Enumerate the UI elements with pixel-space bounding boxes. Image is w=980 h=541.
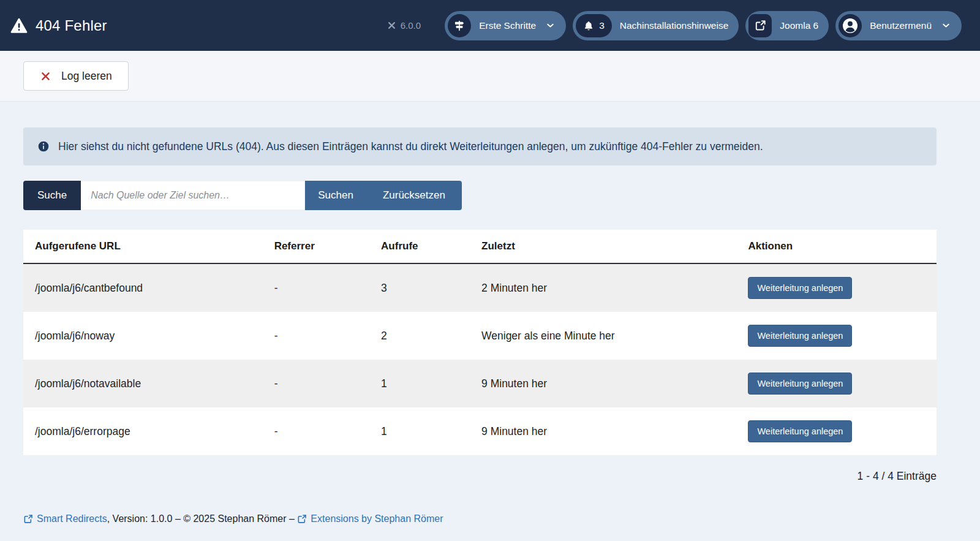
post-installation-messages-button[interactable]: 3 Nachinstallationshinweise <box>573 11 739 40</box>
post-installation-messages-label: Nachinstallationshinweise <box>620 20 729 31</box>
column-header-last: Zuletzt <box>470 230 736 263</box>
table-body: /joomla/j6/cantbefound - 3 2 Minuten her… <box>23 263 937 455</box>
search-submit-button[interactable]: Suchen <box>305 181 366 210</box>
info-alert: Hier siehst du nicht gefundene URLs (404… <box>23 127 937 165</box>
cell-last-seen: 9 Minuten her <box>470 407 736 455</box>
extension-link[interactable]: Smart Redirects <box>23 513 107 524</box>
cell-url: /joomla/j6/errorpage <box>23 407 263 455</box>
create-redirect-button[interactable]: Weiterleitung anlegen <box>748 325 852 347</box>
column-header-referrer: Referrer <box>263 230 369 263</box>
table-row: /joomla/j6/noway - 2 Weniger als eine Mi… <box>23 312 937 360</box>
search-bar: Suche Suchen Zurücksetzen <box>23 181 937 210</box>
top-header-bar: 404 Fehler 6.0.0 Erste Schritte 3 <box>0 0 980 51</box>
errors-table: Aufgerufene URL Referrer Aufrufe Zuletzt… <box>23 230 937 455</box>
info-circle-icon <box>37 140 50 153</box>
bell-icon <box>583 20 594 31</box>
cell-referrer: - <box>263 407 369 455</box>
getting-started-button[interactable]: Erste Schritte <box>445 11 566 40</box>
footer: Smart Redirects , Version: 1.0.0 – © 202… <box>0 513 980 541</box>
cell-url: /joomla/j6/noway <box>23 312 263 360</box>
joomla-logo-icon <box>387 21 396 30</box>
user-menu-button[interactable]: Benutzermenü <box>835 11 962 40</box>
cell-referrer: - <box>263 360 369 407</box>
cell-last-seen: Weniger als eine Minute her <box>470 312 736 360</box>
joomla-version: 6.0.0 <box>387 20 421 31</box>
page-title-group: 404 Fehler <box>10 17 107 34</box>
preview-site-label: Joomla 6 <box>780 20 818 31</box>
warning-triangle-icon <box>10 17 28 34</box>
column-header-actions: Aktionen <box>736 230 937 263</box>
column-header-url: Aufgerufene URL <box>23 230 263 263</box>
version-number: 6.0.0 <box>401 20 421 31</box>
search-input[interactable] <box>81 181 305 210</box>
cell-actions: Weiterleitung anlegen <box>736 263 937 312</box>
notification-count-badge: 3 <box>599 20 605 31</box>
errors-table-card: Aufgerufene URL Referrer Aufrufe Zuletzt… <box>23 230 937 455</box>
cell-actions: Weiterleitung anlegen <box>736 312 937 360</box>
cell-referrer: - <box>263 312 369 360</box>
notification-bell-group: 3 <box>576 14 612 37</box>
page-title: 404 Fehler <box>36 17 107 34</box>
chevron-down-icon <box>941 20 951 31</box>
external-link-icon <box>23 514 33 524</box>
clear-log-label: Log leeren <box>61 70 112 83</box>
cell-referrer: - <box>263 263 369 312</box>
search-reset-button[interactable]: Zurücksetzen <box>366 181 462 210</box>
table-row: /joomla/j6/cantbefound - 3 2 Minuten her… <box>23 263 937 312</box>
column-header-hits: Aufrufe <box>369 230 470 263</box>
user-menu-label: Benutzermenü <box>870 20 932 31</box>
clear-log-button[interactable]: Log leeren <box>23 61 129 91</box>
extension-link-label: Smart Redirects <box>37 513 107 524</box>
cell-last-seen: 9 Minuten her <box>470 360 736 407</box>
user-icon <box>839 14 862 37</box>
create-redirect-button[interactable]: Weiterleitung anlegen <box>748 373 852 395</box>
cell-hits: 1 <box>369 360 470 407</box>
preview-site-button[interactable]: Joomla 6 <box>745 11 829 40</box>
external-link-icon <box>297 514 307 524</box>
author-link-label: Extensions by Stephan Römer <box>311 513 443 524</box>
cell-url: /joomla/j6/cantbefound <box>23 263 263 312</box>
create-redirect-button[interactable]: Weiterleitung anlegen <box>748 420 852 442</box>
cell-hits: 2 <box>369 312 470 360</box>
search-label: Suche <box>23 181 81 210</box>
table-row: /joomla/j6/notavailable - 1 9 Minuten he… <box>23 360 937 407</box>
getting-started-label: Erste Schritte <box>479 20 536 31</box>
author-link[interactable]: Extensions by Stephan Römer <box>297 513 443 524</box>
admin-page: 404 Fehler 6.0.0 Erste Schritte 3 <box>0 0 980 541</box>
chevron-down-icon <box>545 20 556 31</box>
cell-last-seen: 2 Minuten her <box>470 263 736 312</box>
info-alert-text: Hier siehst du nicht gefundene URLs (404… <box>58 140 763 153</box>
footer-version-text: , Version: 1.0.0 – © 2025 Stephan Römer … <box>107 513 298 524</box>
red-x-icon <box>40 70 51 82</box>
cell-actions: Weiterleitung anlegen <box>736 360 937 407</box>
cell-hits: 1 <box>369 407 470 455</box>
cell-url: /joomla/j6/notavailable <box>23 360 263 407</box>
cell-hits: 3 <box>369 263 470 312</box>
create-redirect-button[interactable]: Weiterleitung anlegen <box>748 277 852 299</box>
main-content: Hier siehst du nicht gefundene URLs (404… <box>0 102 980 483</box>
external-link-icon <box>748 14 772 37</box>
pagination-summary: 1 - 4 / 4 Einträge <box>23 470 937 483</box>
cell-actions: Weiterleitung anlegen <box>736 407 937 455</box>
table-row: /joomla/j6/errorpage - 1 9 Minuten her W… <box>23 407 937 455</box>
table-header-row: Aufgerufene URL Referrer Aufrufe Zuletzt… <box>23 230 937 263</box>
toolbar: Log leeren <box>0 51 980 102</box>
signpost-icon <box>448 14 471 37</box>
